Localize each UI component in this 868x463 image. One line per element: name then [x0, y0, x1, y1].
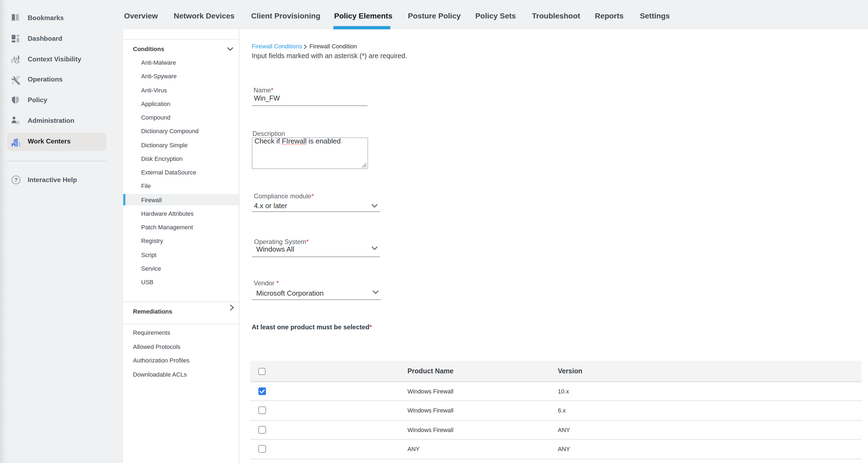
svg-text:?: ? [14, 177, 18, 183]
